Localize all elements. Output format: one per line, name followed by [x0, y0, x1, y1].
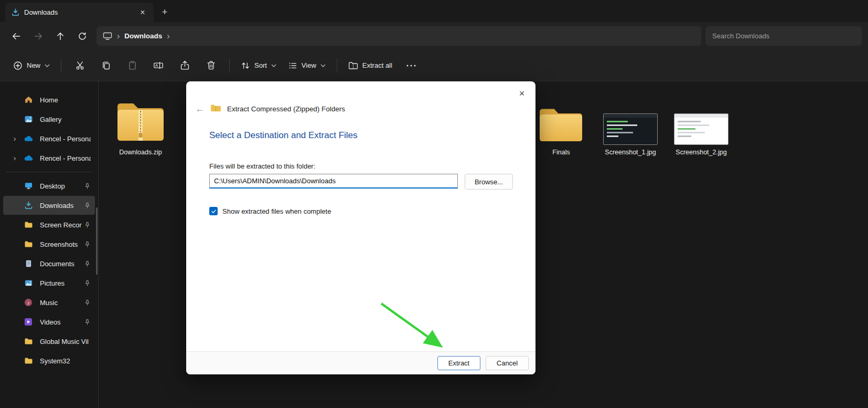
- this-pc-icon: [103, 32, 112, 40]
- pin-icon: [84, 183, 91, 190]
- extract-all-icon: [348, 61, 358, 70]
- sort-button[interactable]: Sort: [235, 55, 282, 76]
- onedrive-icon: [23, 135, 34, 142]
- see-more-button[interactable]: [398, 55, 424, 76]
- screenshot-thumbnail: [674, 113, 728, 145]
- onedrive-icon: [23, 155, 34, 161]
- folder-icon: [23, 240, 34, 248]
- sidebar-item-home[interactable]: Home: [3, 90, 95, 109]
- videos-icon: [23, 318, 34, 326]
- chevron-down-icon: [271, 64, 276, 67]
- pin-icon: [84, 260, 91, 267]
- forward-button[interactable]: [27, 27, 49, 46]
- pin-icon: [84, 202, 91, 209]
- sidebar-item-label: Gallery: [40, 116, 91, 123]
- downloads-tab-icon: [12, 8, 19, 16]
- navigation-pane: Home Gallery › Rencel - Persona › Rencel…: [0, 81, 99, 408]
- file-name: Screenshot_1.jpg: [605, 149, 656, 156]
- music-icon: ♪: [23, 298, 34, 307]
- pin-icon: [84, 299, 91, 306]
- command-toolbar: New A Sort View: [0, 50, 868, 81]
- sidebar-item-videos[interactable]: Videos: [3, 312, 95, 331]
- rename-button[interactable]: A: [145, 55, 172, 76]
- sidebar-item-onedrive-2[interactable]: › Rencel - Persona: [3, 149, 95, 168]
- share-button[interactable]: [172, 55, 198, 76]
- sidebar-item-system32[interactable]: System32: [3, 351, 95, 370]
- view-button[interactable]: View: [282, 55, 331, 76]
- copy-button[interactable]: [93, 55, 119, 76]
- desktop-icon: [23, 182, 34, 190]
- refresh-button[interactable]: [71, 27, 93, 46]
- titlebar: Downloads × +: [0, 0, 868, 22]
- sidebar-item-desktop[interactable]: Desktop: [3, 176, 95, 195]
- sidebar-item-label: Screen Recor: [40, 221, 82, 229]
- cut-button[interactable]: [67, 55, 93, 76]
- expand-chevron-icon[interactable]: ›: [8, 134, 21, 143]
- documents-icon: [23, 259, 34, 268]
- sidebar-item-gallery[interactable]: Gallery: [3, 110, 95, 129]
- address-bar[interactable]: › Downloads ›: [97, 26, 701, 46]
- sidebar-item-label: Pictures: [40, 279, 82, 287]
- back-button[interactable]: [5, 27, 27, 46]
- expand-chevron-icon[interactable]: ›: [8, 154, 21, 162]
- show-extracted-label[interactable]: Show extracted files when complete: [222, 207, 331, 215]
- sort-button-label: Sort: [254, 61, 267, 69]
- search-input[interactable]: [712, 32, 855, 40]
- extract-all-button[interactable]: Extract all: [342, 55, 398, 76]
- destination-label: Files will be extracted to this folder:: [209, 162, 535, 170]
- dialog-back-icon[interactable]: ←: [195, 104, 205, 113]
- sidebar-scrollbar[interactable]: [96, 207, 98, 275]
- up-button[interactable]: [49, 27, 71, 46]
- delete-button[interactable]: [198, 55, 224, 76]
- file-name: Downloads.zip: [119, 149, 162, 156]
- search-box[interactable]: [705, 26, 862, 46]
- new-tab-button[interactable]: +: [157, 5, 173, 19]
- file-downloads-zip[interactable]: Downloads.zip: [108, 87, 173, 156]
- sidebar-item-music[interactable]: ♪ Music: [3, 293, 95, 312]
- file-finals[interactable]: Finals: [532, 87, 590, 156]
- dialog-title: Extract Compressed (Zipped) Folders: [227, 105, 345, 113]
- screenshot-thumbnail: [603, 113, 658, 145]
- extract-all-label: Extract all: [362, 61, 392, 69]
- pin-icon: [84, 241, 91, 248]
- sidebar-item-label: Global Music Vil: [40, 338, 91, 346]
- dialog-close-button[interactable]: ×: [513, 86, 530, 101]
- sidebar-item-global-music[interactable]: Global Music Vil: [3, 332, 95, 351]
- sidebar-item-screen-recordings[interactable]: Screen Recor: [3, 215, 95, 234]
- breadcrumb-chevron-icon[interactable]: ›: [167, 32, 169, 40]
- extract-button[interactable]: Extract: [437, 356, 480, 370]
- file-name: Screenshot_2.jpg: [676, 149, 726, 156]
- sidebar-item-pictures[interactable]: Pictures: [3, 274, 95, 292]
- sidebar-item-label: Rencel - Persona: [40, 154, 91, 162]
- sidebar-item-label: Desktop: [40, 182, 82, 190]
- new-button[interactable]: New: [7, 55, 56, 76]
- show-extracted-checkbox[interactable]: [209, 207, 218, 215]
- destination-path-input[interactable]: [209, 174, 458, 189]
- sidebar-item-screenshots[interactable]: Screenshots: [3, 235, 95, 254]
- view-icon: [288, 61, 297, 70]
- folder-icon: [538, 106, 585, 145]
- sidebar-item-label: Downloads: [40, 202, 82, 210]
- breadcrumb-chevron-icon: ›: [117, 32, 120, 40]
- folder-icon: [23, 221, 34, 228]
- file-screenshot-1[interactable]: Screenshot_1.jpg: [596, 87, 665, 156]
- sidebar-item-onedrive-1[interactable]: › Rencel - Persona: [3, 129, 95, 148]
- sidebar-item-documents[interactable]: Documents: [3, 254, 95, 273]
- sidebar-item-label: System32: [40, 357, 91, 365]
- sidebar-item-downloads[interactable]: Downloads: [3, 196, 95, 215]
- tab-close-button[interactable]: ×: [136, 6, 149, 19]
- paste-button[interactable]: [119, 55, 145, 76]
- sidebar-item-label: Rencel - Persona: [40, 135, 91, 143]
- tab-title: Downloads: [24, 8, 131, 16]
- file-screenshot-2[interactable]: Screenshot_2.jpg: [667, 87, 735, 156]
- breadcrumb-downloads[interactable]: Downloads: [124, 32, 162, 40]
- explorer-tab[interactable]: Downloads ×: [5, 3, 154, 22]
- navigation-bar: › Downloads ›: [0, 22, 868, 50]
- new-button-label: New: [27, 61, 40, 69]
- sidebar-divider: [6, 172, 92, 172]
- gallery-icon: [23, 115, 34, 123]
- svg-text:A: A: [155, 63, 158, 68]
- browse-button[interactable]: Browse...: [465, 174, 513, 190]
- sidebar-item-label: Documents: [40, 260, 82, 268]
- cancel-button[interactable]: Cancel: [486, 356, 529, 370]
